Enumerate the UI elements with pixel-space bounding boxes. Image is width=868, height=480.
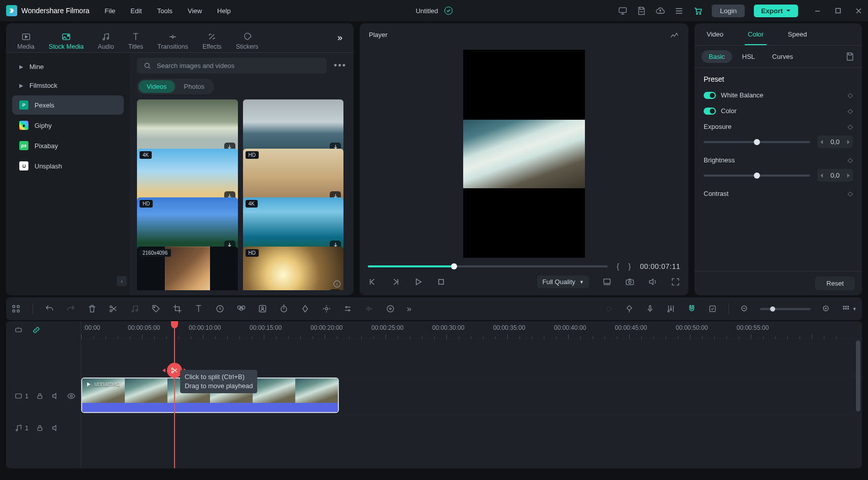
keyframe-icon[interactable]: ◇ bbox=[848, 91, 853, 99]
player-viewport[interactable] bbox=[360, 46, 688, 262]
video-track-header[interactable]: 1 bbox=[6, 377, 81, 415]
audio-beat-icon[interactable] bbox=[130, 304, 140, 314]
playback-quality-dropdown[interactable]: Full Quality ▼ bbox=[537, 276, 589, 288]
source-pixabay[interactable]: px Pixabay bbox=[12, 136, 124, 155]
split-tool-icon[interactable] bbox=[109, 304, 118, 314]
tab-stock-media[interactable]: Stock Media bbox=[49, 31, 84, 52]
color-tool-icon[interactable] bbox=[236, 304, 246, 314]
keyframe-icon[interactable]: ◇ bbox=[848, 123, 853, 130]
save-icon[interactable] bbox=[637, 6, 646, 16]
timeline-view-dropdown[interactable]: ▼ bbox=[842, 304, 857, 313]
speed-tool-icon[interactable] bbox=[215, 304, 225, 314]
download-icon[interactable] bbox=[224, 289, 235, 290]
keyframe-icon[interactable]: ◇ bbox=[848, 190, 853, 197]
crop-icon[interactable] bbox=[172, 304, 182, 314]
maximize-icon[interactable] bbox=[835, 8, 841, 14]
download-icon[interactable] bbox=[330, 289, 341, 290]
fullscreen-icon[interactable] bbox=[671, 277, 680, 287]
tab-video-props[interactable]: Video bbox=[695, 23, 736, 45]
mute-track-icon[interactable] bbox=[51, 392, 60, 400]
stop-icon[interactable] bbox=[436, 277, 446, 287]
source-pexels[interactable]: P Pexels bbox=[12, 95, 124, 115]
close-icon[interactable] bbox=[855, 8, 862, 14]
snapshot-icon[interactable] bbox=[625, 277, 635, 287]
auto-ripple-icon[interactable] bbox=[708, 304, 717, 314]
expand-panel-icon[interactable]: » bbox=[337, 32, 342, 43]
gallery-item[interactable]: 2160x4096 bbox=[137, 247, 238, 291]
exposure-value[interactable]: 0,0 bbox=[817, 135, 853, 148]
text-tool-icon[interactable] bbox=[194, 304, 203, 314]
keyframe-icon[interactable]: ◇ bbox=[848, 107, 853, 115]
gallery-item[interactable]: 4K bbox=[243, 197, 344, 254]
mark-in-icon[interactable]: { bbox=[617, 262, 619, 270]
collapse-sidebar-icon[interactable]: ‹ bbox=[117, 276, 127, 286]
lock-track-icon[interactable] bbox=[36, 392, 44, 400]
audio-enhance-icon[interactable] bbox=[364, 304, 374, 314]
gallery-item[interactable]: HD bbox=[243, 149, 344, 205]
tab-titles[interactable]: Titles bbox=[128, 31, 143, 52]
lock-track-icon[interactable] bbox=[36, 424, 44, 432]
marker-flag-icon[interactable] bbox=[624, 304, 634, 314]
redo-icon[interactable] bbox=[66, 304, 76, 314]
zoom-in-icon[interactable] bbox=[822, 304, 830, 313]
mute-track-icon[interactable] bbox=[51, 424, 60, 432]
tab-transitions[interactable]: Transitions bbox=[157, 31, 188, 52]
info-icon[interactable] bbox=[333, 280, 341, 288]
link-tracks-icon[interactable] bbox=[32, 326, 41, 334]
menu-view[interactable]: View bbox=[188, 7, 202, 15]
audio-lane[interactable] bbox=[81, 415, 862, 440]
play-icon[interactable] bbox=[413, 277, 423, 287]
adjust-icon[interactable] bbox=[343, 304, 353, 314]
minimize-icon[interactable] bbox=[814, 8, 821, 14]
gallery-item[interactable] bbox=[137, 99, 238, 156]
subtab-basic[interactable]: Basic bbox=[702, 50, 732, 63]
tab-color-props[interactable]: Color bbox=[736, 23, 776, 45]
menu-file[interactable]: File bbox=[105, 7, 115, 15]
brightness-slider[interactable] bbox=[704, 175, 810, 177]
subtab-curves[interactable]: Curves bbox=[765, 50, 800, 63]
more-options-icon[interactable]: ••• bbox=[334, 60, 346, 71]
tab-speed-props[interactable]: Speed bbox=[776, 23, 819, 45]
gallery-item[interactable]: 4K bbox=[137, 149, 238, 205]
tab-media[interactable]: Media bbox=[17, 31, 34, 52]
zoom-out-icon[interactable] bbox=[740, 304, 749, 313]
audio-track-header[interactable]: 1 bbox=[6, 415, 81, 440]
queue-icon[interactable] bbox=[674, 6, 684, 16]
more-tools-icon[interactable]: » bbox=[407, 304, 411, 314]
hide-track-icon[interactable] bbox=[67, 392, 76, 400]
source-filmstock[interactable]: ▶ Filmstock bbox=[12, 77, 124, 94]
search-input[interactable]: Search images and videos bbox=[137, 58, 327, 74]
exposure-slider[interactable] bbox=[704, 141, 810, 143]
filter-videos[interactable]: Videos bbox=[138, 80, 175, 93]
apps-icon[interactable] bbox=[11, 304, 21, 314]
toggle-white-balance[interactable] bbox=[704, 92, 716, 99]
export-button[interactable]: Export bbox=[754, 5, 798, 17]
timeline-scrollbar[interactable] bbox=[856, 340, 860, 412]
menu-help[interactable]: Help bbox=[217, 7, 231, 15]
brightness-value[interactable]: 0,0 bbox=[817, 169, 853, 182]
timer-icon[interactable] bbox=[279, 304, 289, 314]
volume-icon[interactable] bbox=[648, 277, 657, 287]
mixer-icon[interactable] bbox=[386, 304, 395, 314]
keyframe-icon[interactable]: ◇ bbox=[848, 156, 853, 164]
toggle-color[interactable] bbox=[704, 108, 716, 115]
source-unsplash[interactable]: ⊔ Unsplash bbox=[12, 156, 124, 176]
scopes-icon[interactable] bbox=[670, 30, 679, 40]
source-giphy[interactable]: ∎ Giphy bbox=[12, 116, 124, 135]
cart-icon[interactable] bbox=[693, 6, 703, 16]
save-preset-icon[interactable] bbox=[845, 52, 855, 61]
audio-mixer-panel-icon[interactable] bbox=[666, 304, 676, 314]
tab-effects[interactable]: Effects bbox=[202, 31, 222, 52]
render-preview-icon[interactable] bbox=[602, 277, 612, 287]
zoom-slider[interactable] bbox=[760, 308, 811, 310]
tab-audio[interactable]: Audio bbox=[98, 31, 114, 52]
gallery-item[interactable]: HD bbox=[137, 197, 238, 254]
prev-frame-icon[interactable] bbox=[368, 277, 377, 287]
cloud-upload-icon[interactable] bbox=[655, 6, 665, 16]
login-button[interactable]: Login bbox=[712, 5, 745, 17]
source-mine[interactable]: ▶ Mine bbox=[12, 58, 124, 76]
magnet-icon[interactable] bbox=[687, 304, 697, 314]
delete-icon[interactable] bbox=[87, 304, 97, 314]
mark-dot-icon[interactable] bbox=[605, 304, 613, 313]
menu-tools[interactable]: Tools bbox=[157, 7, 172, 15]
